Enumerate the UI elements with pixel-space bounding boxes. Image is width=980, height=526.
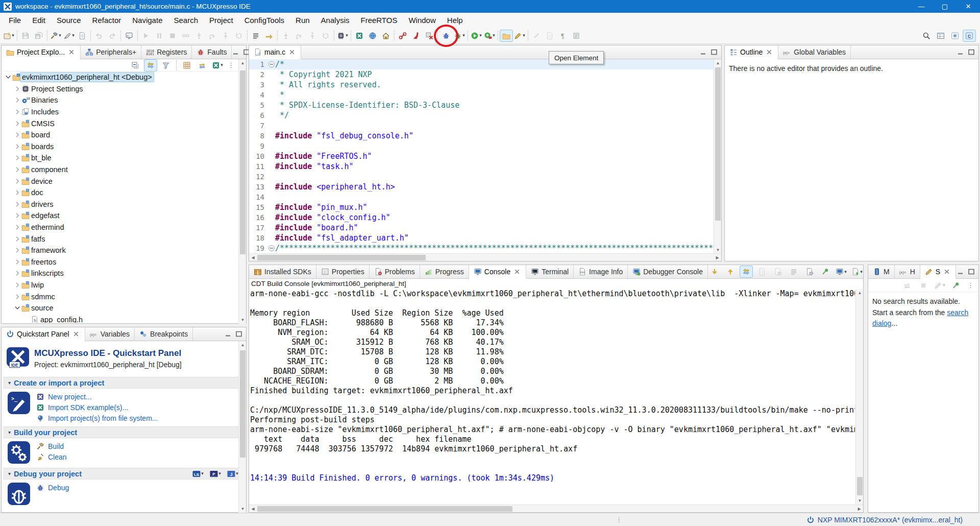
tree-expander[interactable] [13,269,21,277]
menu-file[interactable]: File [3,14,27,26]
terminate-button[interactable] [166,30,179,42]
knife-button[interactable]: ▾ [62,30,76,42]
close-icon[interactable] [943,268,951,276]
search-tab-s[interactable]: S [920,265,956,279]
doc-plain-button[interactable] [543,30,556,42]
close-icon[interactable] [765,48,773,56]
tree-row[interactable]: Cevkmimxrt1060_peripheral_ht <Debug> [2,71,246,83]
goto-yellow-button[interactable] [262,30,276,42]
doc-plain-button[interactable] [76,30,89,42]
suspend-button[interactable] [153,30,166,42]
console-arrow-down-y-button[interactable] [708,266,721,278]
minimize-icon[interactable] [232,48,240,56]
menu-help[interactable]: Help [442,14,469,26]
tree-expander[interactable] [13,235,21,243]
chip-mem-button[interactable]: ▾ [336,30,349,42]
outline-box-button[interactable] [570,30,583,42]
console-new-doc-button[interactable]: ▾ [850,266,864,278]
console-view-menu-list-button[interactable] [787,266,800,278]
j-badge-button[interactable]: J▾ [226,468,239,480]
p2-badge-button[interactable]: P▾ [209,468,222,480]
editor-tab-main-c[interactable]: .cmain.c [249,45,301,59]
redo-button[interactable] [106,30,119,42]
tree-row[interactable]: boards [2,141,246,153]
search-sync-arrows-button[interactable] [900,279,914,292]
x-green-dd-button[interactable]: ▾ [211,59,224,71]
console-tab-installed-sdks[interactable]: Installed SDKs [249,265,316,278]
quickstart-tab-quickstart-panel[interactable]: Quickstart Panel [2,327,85,341]
code-editor[interactable]: 1/*2 * Copyright 2021 NXP3 * All rights … [249,59,721,254]
console-console-button[interactable]: ▾ [835,266,848,278]
step-over-button[interactable] [292,30,306,42]
tree-expander[interactable] [13,258,21,266]
console-tab-properties[interactable]: Properties [316,265,370,278]
terminal-button[interactable]: >_ [122,30,136,42]
close-icon[interactable] [67,48,76,56]
console-arrow-up-y-button[interactable] [724,266,737,278]
tree-expander[interactable] [13,154,21,162]
tree-expander[interactable] [13,246,21,254]
tree-expander[interactable] [13,223,21,231]
console-tab-problems[interactable]: Problems [370,265,420,278]
build-hammer-button[interactable]: ▾ [49,30,62,42]
quickstart-vscrollbar[interactable]: ▲ ▼ [238,341,246,513]
quickstart-tab-variables[interactable]: (x)=Variables [85,327,135,341]
collapse-all-button[interactable] [129,59,142,71]
step-over-button[interactable] [206,30,219,42]
step-into-button[interactable] [279,30,292,42]
quickstart-action-import-project-s-from-file-system[interactable]: Import project(s) from file system... [36,414,158,422]
menu-source[interactable]: Source [51,14,87,26]
console-pin-green-button[interactable] [819,266,832,278]
persp-dev-button[interactable] [948,30,962,42]
console-output[interactable]: arm-none-eabi-gcc -nostdlib -L C:\worksp… [250,289,855,505]
search-button[interactable] [920,30,933,42]
menu-analysis[interactable]: Analysis [315,14,355,26]
tree-row[interactable]: fatfs [2,233,246,245]
tree-row[interactable]: ethermind [2,222,246,233]
tree-expander[interactable] [13,85,21,93]
save-button[interactable] [19,30,32,42]
menu-window[interactable]: Window [403,14,441,26]
mark-pen-button[interactable]: ▾ [513,30,526,42]
sync-arrows-button[interactable] [195,59,209,71]
tree-expander[interactable] [13,304,21,312]
tree-row[interactable]: Project Settings [2,83,246,95]
para-button[interactable]: ¶ [556,30,570,42]
quickstart-action-import-sdk-example-s[interactable]: Import SDK example(s)... [36,403,158,412]
link-red-button[interactable] [396,30,409,42]
pencil-gray-button[interactable] [530,30,543,42]
console-tab-console[interactable]: Console [469,265,526,279]
run-green-button[interactable]: ▾ [470,30,483,42]
close-button[interactable]: ✕ [957,0,980,13]
console-doc-plain-button[interactable] [755,266,769,278]
editor-hscrollbar[interactable]: ◀ ▶ [249,253,721,261]
tree-row[interactable]: freertos [2,256,246,268]
explorer-vscrollbar[interactable]: ▲ ▼ [238,59,246,324]
step-return-button[interactable] [306,30,319,42]
explorer-tab-project-explo[interactable]: Project Explo... [2,45,81,59]
quickstart-action-build[interactable]: Build [36,442,67,450]
view-menu[interactable]: ⋮ [226,61,236,69]
search-tab-m[interactable]: M [868,265,895,278]
close-icon[interactable] [72,330,80,338]
menu-search[interactable]: Search [168,14,204,26]
new-wizard-button[interactable]: ▾ [2,30,15,42]
tree-expander[interactable] [13,200,21,208]
console-tab-image-info[interactable]: 010Image Info [574,265,628,278]
boot-red-button[interactable] [409,30,423,42]
tree-row[interactable]: edgefast [2,210,246,222]
outline-tab-global-variables[interactable]: (x)=Global Variables [778,45,851,59]
debug-button[interactable] [439,30,453,42]
open-folder-button[interactable] [500,30,513,42]
tree-row[interactable]: 10Binaries [2,94,246,106]
save-all-button[interactable] [32,30,45,42]
home-button[interactable] [379,30,393,42]
tree-expander[interactable] [13,119,21,128]
tree-row[interactable]: framework [2,245,246,256]
minimize-icon[interactable] [699,48,707,56]
link-editor-button[interactable] [144,59,157,71]
fold-minus-icon[interactable] [267,60,276,68]
explorer-tab-peripherals[interactable]: Peripherals+ [81,45,141,59]
console-clear-console-button[interactable] [771,266,785,278]
search-tab-h[interactable]: (x)=H [895,265,920,278]
